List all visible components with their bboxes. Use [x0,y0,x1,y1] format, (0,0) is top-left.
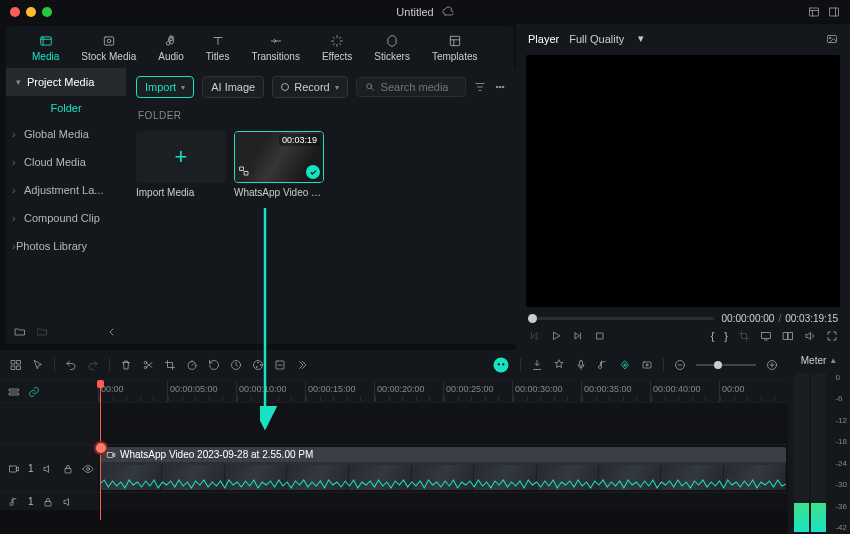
redo-icon[interactable] [87,359,99,371]
speed-icon[interactable] [186,359,198,371]
more-tools-icon[interactable] [296,359,308,371]
reverse-icon[interactable] [208,359,220,371]
audio-mix-icon[interactable] [597,359,609,371]
sidebar-item-cloud-media[interactable]: Cloud Media [6,148,126,176]
new-bin-icon[interactable] [36,326,48,338]
sidebar-head-project-media[interactable]: ▾Project Media [6,68,126,96]
collapse-sidebar-icon[interactable] [106,326,118,338]
svg-point-4 [107,39,111,43]
quality-dropdown[interactable]: Full Quality▾ [569,32,644,45]
record-icon [281,83,289,91]
track-visibility-icon[interactable] [82,463,94,475]
delete-icon[interactable] [120,359,132,371]
svg-rect-46 [45,501,51,506]
svg-point-33 [498,363,500,365]
record-button[interactable]: Record▾ [272,76,347,98]
layout-icon[interactable] [10,359,22,371]
sidebar-item-adjustment-layer[interactable]: Adjustment La... [6,176,126,204]
svg-point-30 [256,367,257,368]
empty-track-area[interactable] [98,402,788,444]
filter-icon[interactable] [474,81,486,93]
nav-tab-effects[interactable]: Effects [314,30,360,68]
folder-header: FOLDER [126,106,516,125]
sidebar-item-global-media[interactable]: Global Media [6,120,126,148]
mark-in-icon[interactable]: { [711,330,715,342]
nav-tab-media[interactable]: Media [24,30,67,68]
marker-icon[interactable] [531,359,543,371]
crop-icon[interactable] [738,330,750,342]
nav-tab-audio[interactable]: Audio [150,30,192,68]
audio-lock-icon[interactable] [42,496,54,508]
compare-icon[interactable] [782,330,794,342]
nav-tab-stickers[interactable]: Stickers [366,30,418,68]
zoom-slider[interactable] [696,364,756,366]
nav-tab-templates[interactable]: Templates [424,30,486,68]
ai-badge-icon[interactable] [492,356,510,374]
sidebar-item-photos-library[interactable]: Photos Library [6,232,126,260]
play-icon[interactable] [550,330,562,342]
media-clip-tile[interactable]: 00:03:19 WhatsApp Video 202... [234,131,324,198]
svg-rect-2 [40,37,51,45]
sidebar-folder-label[interactable]: Folder [6,96,126,120]
media-browser: Import▾ AI Image Record▾ FOLDER + Import… [126,68,516,344]
player-scrubber[interactable] [528,317,714,320]
cut-indicator-icon[interactable] [94,441,108,455]
sidebar-item-compound-clip[interactable]: Compound Clip [6,204,126,232]
history-icon[interactable] [230,359,242,371]
pointer-icon[interactable] [32,359,44,371]
import-media-tile[interactable]: + Import Media [136,131,226,198]
minimize-window-button[interactable] [26,7,36,17]
voiceover-icon[interactable] [575,359,587,371]
nav-tab-transitions[interactable]: Transitions [243,30,308,68]
svg-rect-17 [789,333,793,340]
mark-out-icon[interactable]: } [724,330,728,342]
flag-icon[interactable] [553,359,565,371]
audio-track-body[interactable] [98,492,788,510]
more-options-icon[interactable] [494,81,506,93]
crop-tool-icon[interactable] [164,359,176,371]
ai-image-button[interactable]: AI Image [202,76,264,98]
meter-scale: 0-6-12-18-24-30-36-42 [832,371,850,534]
render-icon[interactable] [641,359,653,371]
undo-icon[interactable] [65,359,77,371]
search-input[interactable] [381,81,457,93]
track-lock-icon[interactable] [62,463,74,475]
split-icon[interactable] [142,359,154,371]
track-mute-icon[interactable] [42,463,54,475]
nav-tabs: Media Stock Media Audio Titles Transitio… [6,26,514,68]
player-preview[interactable] [526,55,840,307]
new-folder-icon[interactable] [14,326,26,338]
search-media[interactable] [356,77,466,97]
next-frame-icon[interactable] [572,330,584,342]
nav-tab-stock-media[interactable]: Stock Media [73,30,144,68]
keyframe-icon[interactable] [619,359,631,371]
fullscreen-icon[interactable] [826,330,838,342]
snapshot-icon[interactable] [826,33,838,45]
zoom-out-icon[interactable] [674,359,686,371]
prev-frame-icon[interactable] [528,330,540,342]
display-icon[interactable] [760,330,772,342]
timeline-ruler[interactable]: 00:00 00:00:05:00 00:00:10:00 00:00:15:0… [98,380,788,402]
video-track-head: 1 [0,444,98,492]
panel-toggle-icon[interactable] [828,6,840,18]
audio-mute-icon[interactable] [62,496,74,508]
layout-toggle-icon[interactable] [808,6,820,18]
zoom-in-icon[interactable] [766,359,778,371]
volume-icon[interactable] [804,330,816,342]
track-options-icon[interactable] [8,386,20,398]
close-window-button[interactable] [10,7,20,17]
meter-bar-right [811,373,826,532]
link-icon[interactable] [28,386,40,398]
audio-track-icon [8,496,20,508]
meter-sort-icon[interactable]: ▲ [829,356,837,365]
ruler-head [0,380,98,402]
timeline-clip[interactable]: WhatsApp Video 2023-09-28 at 2.55.00 PM [100,447,786,490]
maximize-window-button[interactable] [42,7,52,17]
svg-rect-14 [597,333,603,339]
svg-point-32 [494,358,509,373]
nav-tab-titles[interactable]: Titles [198,30,238,68]
cloud-sync-icon[interactable] [442,6,454,18]
timeline-toolbar [0,350,788,380]
import-button[interactable]: Import▾ [136,76,194,98]
stop-icon[interactable] [594,330,606,342]
